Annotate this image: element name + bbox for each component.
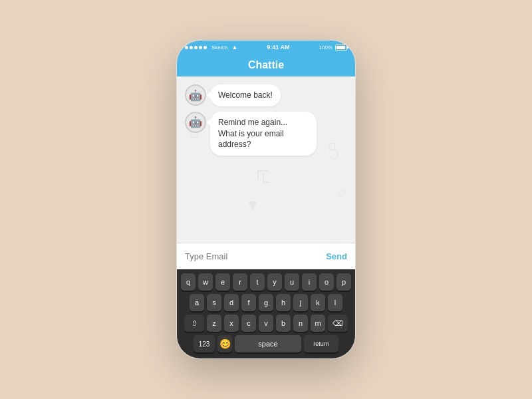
deco-bracket-1 bbox=[257, 170, 268, 180]
key-g[interactable]: g bbox=[259, 294, 273, 311]
avatar: 🤖 bbox=[185, 112, 206, 133]
app-title: Chattie bbox=[182, 59, 350, 71]
key-z[interactable]: z bbox=[207, 315, 221, 332]
message-row: 🤖 Remind me again...What is your email a… bbox=[185, 112, 347, 156]
message-bubble: Remind me again...What is your email add… bbox=[210, 112, 317, 156]
message-row: 🤖 Welcome back! bbox=[185, 84, 347, 106]
space-key[interactable]: space bbox=[235, 335, 301, 352]
input-bar: Send bbox=[177, 243, 355, 269]
battery-fill bbox=[336, 46, 345, 49]
key-o[interactable]: o bbox=[319, 273, 334, 291]
key-h[interactable]: h bbox=[276, 294, 291, 311]
shift-key[interactable]: ⇧ bbox=[184, 315, 204, 332]
wifi-icon: ▲ bbox=[231, 44, 237, 51]
key-e[interactable]: e bbox=[215, 273, 230, 291]
status-bar: Sketch ▲ 9:41 AM 100% bbox=[177, 41, 355, 54]
chat-area: 🤖 Welcome back! 🤖 Remind me again...What… bbox=[177, 76, 355, 243]
battery-icon bbox=[335, 45, 347, 51]
deco-circle-2 bbox=[338, 190, 345, 196]
key-f[interactable]: f bbox=[241, 294, 256, 311]
key-r[interactable]: r bbox=[233, 273, 247, 291]
key-c[interactable]: c bbox=[241, 315, 256, 332]
return-key[interactable]: return bbox=[304, 335, 338, 352]
phone-frame: Sketch ▲ 9:41 AM 100% Chattie bbox=[176, 40, 356, 359]
key-s[interactable]: s bbox=[207, 294, 221, 311]
status-time: 9:41 AM bbox=[267, 44, 289, 51]
messages-list: 🤖 Welcome back! 🤖 Remind me again...What… bbox=[185, 84, 347, 156]
key-p[interactable]: p bbox=[336, 273, 351, 291]
battery-percent: 100% bbox=[319, 45, 332, 51]
keyboard-row-2: a s d f g h j k l bbox=[180, 294, 352, 311]
message-text: Remind me again...What is your email add… bbox=[218, 118, 287, 150]
numbers-key[interactable]: 123 bbox=[194, 335, 215, 352]
key-k[interactable]: k bbox=[311, 294, 325, 311]
keyboard-row-1: q w e r t y u i o p bbox=[180, 273, 352, 291]
carrier-label: Sketch bbox=[211, 45, 227, 51]
key-q[interactable]: q bbox=[181, 273, 196, 291]
keyboard: q w e r t y u i o p a s d f g h j k l ⇧ … bbox=[177, 269, 355, 358]
key-l[interactable]: l bbox=[328, 294, 342, 311]
key-x[interactable]: x bbox=[224, 315, 239, 332]
key-n[interactable]: n bbox=[293, 315, 308, 332]
key-t[interactable]: t bbox=[250, 273, 265, 291]
key-y[interactable]: y bbox=[267, 273, 282, 291]
keyboard-row-4: 123 😊 space return bbox=[180, 335, 352, 352]
key-j[interactable]: j bbox=[293, 294, 308, 311]
key-u[interactable]: u bbox=[285, 273, 299, 291]
email-input[interactable] bbox=[185, 251, 326, 261]
key-m[interactable]: m bbox=[311, 315, 325, 332]
emoji-key[interactable]: 😊 bbox=[217, 335, 232, 352]
delete-key[interactable]: ⌫ bbox=[328, 315, 348, 332]
send-button[interactable]: Send bbox=[326, 251, 347, 261]
deco-l-shape bbox=[263, 172, 269, 183]
message-bubble: Welcome back! bbox=[210, 84, 281, 106]
key-w[interactable]: w bbox=[198, 273, 213, 291]
key-b[interactable]: b bbox=[276, 315, 291, 332]
status-right: 100% bbox=[319, 45, 347, 51]
key-v[interactable]: v bbox=[259, 315, 273, 332]
key-i[interactable]: i bbox=[302, 273, 317, 291]
keyboard-row-3: ⇧ z x c v b n m ⌫ bbox=[180, 315, 352, 332]
deco-triangle-1 bbox=[248, 201, 257, 209]
key-a[interactable]: a bbox=[190, 294, 204, 311]
avatar: 🤖 bbox=[185, 84, 206, 106]
status-left: Sketch ▲ bbox=[185, 44, 237, 51]
signal-icon bbox=[185, 46, 207, 49]
app-header: Chattie bbox=[177, 54, 355, 76]
key-d[interactable]: d bbox=[224, 294, 239, 311]
message-text: Welcome back! bbox=[218, 90, 273, 100]
